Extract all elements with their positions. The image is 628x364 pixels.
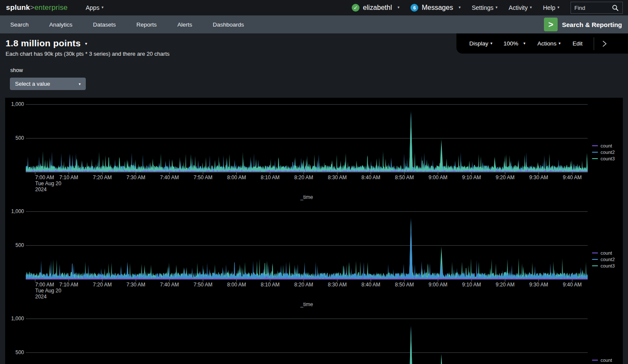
activity-menu[interactable]: Activity▾ <box>509 4 532 11</box>
x-axis-tick-label: 7:00 AM <box>35 282 54 288</box>
x-axis-tick-label: 7:30 AM <box>127 174 145 180</box>
chart-plot-area[interactable] <box>26 104 588 175</box>
chevron-right-icon[interactable] <box>601 40 607 47</box>
y-axis-tick-label: 1,000 <box>5 101 24 107</box>
settings-menu[interactable]: Settings▾ <box>472 4 498 11</box>
current-app[interactable]: > Search & Reporting <box>544 18 622 31</box>
actions-label: Actions <box>537 40 556 47</box>
apps-menu[interactable]: Apps▾ <box>86 4 103 11</box>
appbar-item-datasets[interactable]: Datasets <box>83 21 126 28</box>
page-title: 1.8 million points <box>6 38 81 48</box>
chevron-down-icon: ▾ <box>78 82 81 86</box>
x-axis-tick-label: 7:50 AM <box>193 282 212 288</box>
x-axis-tick-label: 7:10 AM <box>59 174 78 180</box>
series-area-count3 <box>26 220 588 280</box>
chart-plot-area[interactable] <box>26 319 588 364</box>
x-axis-tick-label: 8:10 AM <box>261 282 280 288</box>
chevron-down-icon: ▾ <box>102 5 104 9</box>
find-search-box[interactable] <box>571 2 623 14</box>
x-axis-tick-label: 8:20 AM <box>294 282 313 288</box>
legend-label: count2 <box>601 150 615 155</box>
x-axis-tick-label: 8:40 AM <box>361 174 380 180</box>
legend-swatch-icon <box>592 158 598 159</box>
chevron-down-icon: ▾ <box>557 5 559 9</box>
dashboard-title-menu[interactable]: 1.8 million points ▾ <box>6 38 87 48</box>
chevron-down-icon: ▾ <box>398 5 400 9</box>
legend-swatch-icon <box>592 265 598 266</box>
dashboard-action-bar: Display▾ 100%▾ Actions▾ Edit <box>456 33 628 54</box>
splunk-chevron-icon: > <box>544 18 558 31</box>
chart-plot-area[interactable] <box>26 211 588 283</box>
legend-item-count[interactable]: count <box>592 358 615 362</box>
user-name: elizabethl <box>363 4 392 12</box>
chart-legend: countcount2count3 <box>592 250 615 268</box>
actions-menu[interactable]: Actions▾ <box>537 40 561 47</box>
chart-3: 1,0005007:00 AMTue Aug 2020247:10 AM7:20… <box>5 312 623 364</box>
legend-swatch-icon <box>592 152 598 153</box>
x-axis-tick-label: 9:30 AM <box>529 282 548 288</box>
legend-item-count2[interactable]: count2 <box>592 150 615 154</box>
legend-label: count <box>601 250 612 256</box>
x-axis-tick-label: 9:20 AM <box>495 282 514 288</box>
x-axis-tick-label: 8:20 AM <box>294 174 313 180</box>
edit-button[interactable]: Edit <box>573 40 583 47</box>
chart-2: 1,0005007:00 AMTue Aug 2020247:10 AM7:20… <box>5 205 623 312</box>
appbar-item-reports[interactable]: Reports <box>126 21 167 28</box>
x-axis-tick-label: 8:10 AM <box>261 174 280 180</box>
x-axis-tick-label: 7:40 AM <box>160 174 179 180</box>
x-axis-title: _time <box>300 194 313 200</box>
x-axis-tick-label: 9:00 AM <box>429 174 447 180</box>
display-menu[interactable]: Display▾ <box>469 40 492 47</box>
x-axis-tick-label: 9:20 AM <box>495 174 514 180</box>
help-menu[interactable]: Help▾ <box>543 4 559 11</box>
x-axis-tick-label: 7:20 AM <box>93 282 112 288</box>
legend-item-count3[interactable]: count3 <box>592 263 615 268</box>
show-select-dropdown[interactable]: Select a value ▾ <box>10 78 86 90</box>
series-area-count3 <box>26 326 588 364</box>
zoom-value: 100% <box>504 40 519 47</box>
appbar-item-alerts[interactable]: Alerts <box>167 21 202 28</box>
chevron-down-icon: ▾ <box>559 41 561 45</box>
splunk-logo[interactable]: splunk>enterprise <box>6 3 68 12</box>
dashboard-charts-panel: 1,0005007:00 AMTue Aug 2020247:10 AM7:20… <box>5 98 623 364</box>
legend-item-count3[interactable]: count3 <box>592 156 615 161</box>
x-axis-tick-label: 9:40 AM <box>563 174 582 180</box>
x-axis-tick-label: 8:50 AM <box>395 282 414 288</box>
search-icon[interactable] <box>612 4 619 12</box>
x-axis-tick-label: 7:30 AM <box>127 282 145 288</box>
activity-label: Activity <box>509 4 528 11</box>
page-subtitle: Each chart has 90k pts (30k pts * 3 seri… <box>6 51 169 57</box>
x-axis-date-label: 2024 <box>35 294 47 300</box>
legend-label: count <box>601 358 612 363</box>
y-axis-tick-label: 1,000 <box>5 208 24 214</box>
y-axis-tick-label: 500 <box>5 349 24 355</box>
chart-legend: countcount2count3 <box>592 143 615 161</box>
x-axis-tick-label: 9:10 AM <box>462 282 481 288</box>
x-axis-tick-label: 8:30 AM <box>328 174 347 180</box>
legend-swatch-icon <box>592 253 598 253</box>
x-axis-tick-label: 9:10 AM <box>462 174 481 180</box>
legend-item-count[interactable]: count <box>592 250 615 255</box>
x-axis-tick-label: 8:50 AM <box>395 174 414 180</box>
check-circle-icon: ✓ <box>352 4 359 12</box>
chevron-down-icon: ▾ <box>459 5 461 9</box>
user-menu[interactable]: ✓ elizabethl ▾ <box>352 4 399 12</box>
legend-label: count3 <box>601 156 615 161</box>
y-axis-tick-label: 1,000 <box>5 316 24 322</box>
appbar-item-search[interactable]: Search <box>0 21 39 28</box>
find-input[interactable] <box>574 5 612 11</box>
zoom-level-menu[interactable]: 100%▾ <box>504 40 525 47</box>
brand-splunk: splunk <box>6 3 30 12</box>
legend-swatch-icon <box>592 145 598 146</box>
legend-item-count2[interactable]: count2 <box>592 257 615 262</box>
display-label: Display <box>469 40 488 47</box>
messages-menu[interactable]: 6 Messages ▾ <box>411 4 460 12</box>
edit-label: Edit <box>573 40 583 47</box>
appbar-item-dashboards[interactable]: Dashboards <box>202 21 254 28</box>
legend-label: count <box>601 143 612 148</box>
legend-item-count[interactable]: count <box>592 143 615 148</box>
chevron-down-icon: ▾ <box>85 41 87 46</box>
top-navbar: splunk>enterprise Apps▾ ✓ elizabethl ▾ 6… <box>0 0 628 15</box>
x-axis-tick-label: 8:00 AM <box>227 174 246 180</box>
appbar-item-analytics[interactable]: Analytics <box>39 21 83 28</box>
